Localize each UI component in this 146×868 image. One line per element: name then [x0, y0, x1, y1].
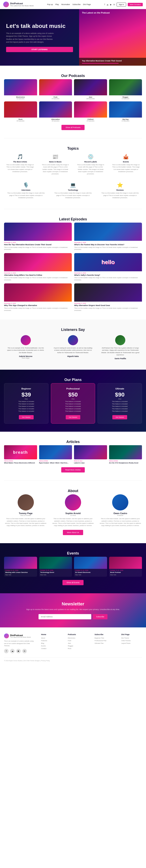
event-date-0: October 11-12, 2018: [4, 569, 37, 571]
episode-desc-5: This is a Divi-builder-ready this image …: [74, 307, 142, 311]
footer-link-blog[interactable]: Blog: [41, 642, 62, 644]
event-thumb-3: [109, 557, 142, 569]
footer-top: DiviPodcast The Latest from the Music Wo…: [4, 633, 142, 653]
episode-desc-1: This is a Divi-builder-ready this image …: [74, 246, 142, 251]
event-card-1[interactable]: October 21-22, 2018 Technology Event New…: [39, 557, 72, 577]
plan-feature-2-2: This feature is included: [101, 405, 139, 407]
signin-button[interactable]: Sign In: [117, 3, 126, 6]
podcast-card-hiphop[interactable]: Hip Hop 24 Episodes: [109, 101, 142, 122]
podcast-card-reggae[interactable]: Reggae 14 Episodes: [109, 79, 142, 99]
about-name-1: Sophie Arnold: [51, 512, 95, 515]
plan-period-0: /mo: [7, 398, 45, 400]
social-play[interactable]: ▶: [110, 3, 112, 6]
article-card-2[interactable]: Music & Jazz Latest in Jazz: [74, 445, 107, 464]
plan-feature-2-0: This feature is included: [101, 401, 139, 402]
footer-social-linkedin[interactable]: in: [22, 649, 27, 653]
hero-cta-button[interactable]: START LISTENING: [6, 47, 73, 52]
footer-link-rock[interactable]: Rock: [68, 648, 89, 649]
event-card-0[interactable]: October 11-12, 2018 Meeting with Linase …: [4, 557, 37, 577]
footer-logo: DiviPodcast The Latest from the Music Wo…: [4, 633, 35, 638]
social-facebook[interactable]: f: [104, 3, 105, 6]
footer-social-facebook[interactable]: f: [4, 649, 8, 653]
topic-best-artists: 🎵 The Best Artists This is a Divi-builde…: [4, 152, 36, 177]
podcast-card-jazz[interactable]: Jazz 138 Episodes: [74, 79, 107, 99]
footer-link-jazz[interactable]: Jazz: [68, 642, 89, 644]
footer-link-features[interactable]: Features: [41, 640, 62, 642]
event-title-3: Book Festival: [109, 571, 142, 574]
listener-quote-1: If you're looking for word-of-work, as w…: [53, 347, 93, 354]
footer-link-contact[interactable]: Contact: [41, 648, 62, 649]
footer-col-divi: Divi Page Divi Theme Child Themes Layout…: [121, 633, 142, 653]
event-card-2[interactable]: October 11-14, 2018 DJ Smart Electronic …: [74, 557, 107, 577]
footer-link-events[interactable]: Events: [41, 645, 62, 647]
episode-card-1[interactable]: December 3, 2018 What's the Fastest Way …: [74, 223, 142, 251]
nav-link-subscribe[interactable]: Subscribe: [72, 3, 80, 5]
articles-more-button[interactable]: Read More Articles: [61, 467, 85, 472]
event-card-3[interactable]: October 11-12, 2018 Book Festival New Yo…: [109, 557, 142, 577]
events-cta-button[interactable]: Show all Events: [63, 580, 83, 585]
footer-link-electronics[interactable]: Electronics: [68, 637, 89, 639]
nav-link-divi[interactable]: Divi Page: [83, 3, 91, 5]
article-card-1[interactable]: Various Artists Ryan Kratzer: What I Wis…: [39, 445, 72, 464]
donate-button[interactable]: Make Donation: [128, 3, 143, 6]
newsletter-email-input[interactable]: [39, 614, 91, 619]
footer-link-child-themes[interactable]: Child Themes: [121, 640, 142, 642]
nav-logo[interactable]: DiviPodcast The Latest from the Music Wo…: [3, 2, 33, 7]
nav-link-popup[interactable]: Pop up: [47, 3, 53, 5]
footer: DiviPodcast The Latest from the Music Wo…: [0, 627, 146, 664]
plan-cta-1[interactable]: Get Started: [66, 415, 80, 420]
footer-link-funk[interactable]: Funk: [68, 640, 89, 642]
footer-link-reggae[interactable]: Reggae: [68, 645, 89, 647]
topic-technology: 💻 Technology This is a Divi-builder-read…: [51, 180, 95, 201]
nav-link-nicomaker[interactable]: Nicomaker: [61, 3, 70, 5]
event-thumb-1: [39, 557, 72, 569]
footer-link-layout-packs[interactable]: Layout Packs: [121, 642, 142, 644]
footer-link-ultimate[interactable]: Ultimate Plan: [95, 642, 115, 644]
podcasts-more-button[interactable]: Show all Podcasts: [62, 125, 84, 130]
topic-desc-6: This is a Divi-builder-ready this image …: [100, 192, 140, 199]
music-icon: 🎵: [6, 154, 34, 160]
footer-link-divi-theme[interactable]: Divi Theme: [121, 637, 142, 639]
topic-events: 🎪 Events This is a Divi-builder-ready th…: [110, 152, 142, 177]
footer-col-subscribe-title: Subscribe: [95, 633, 115, 636]
footer-social-play[interactable]: ▶: [16, 649, 21, 653]
events-icon: 🎪: [112, 154, 140, 160]
episode-card-2[interactable]: November 3, 2018 Alternative Song Miller…: [4, 253, 72, 281]
nav-link-play[interactable]: Play: [55, 3, 59, 5]
footer-copyright: © 2018 Aspen Grove Studios | Divi Child …: [4, 660, 50, 661]
episode-date-0: November 3, 2018: [4, 242, 72, 243]
plan-cta-2[interactable]: Get Started: [112, 415, 127, 420]
listener-quote-2: DiviPodcast Club There has a great colle…: [101, 347, 140, 356]
podcast-episodes-electronics: 51 Episodes: [4, 98, 37, 99]
footer-link-about[interactable]: About: [41, 637, 62, 639]
podcast-episodes-rock: 80 Episodes: [4, 120, 37, 122]
social-linkedin[interactable]: in: [113, 3, 115, 6]
footer-social-cloud[interactable]: ☁: [10, 649, 15, 653]
podcast-card-funk[interactable]: Funk 24 Episodes: [39, 79, 72, 99]
podcast-card-rock[interactable]: Rock 80 Episodes: [4, 101, 37, 122]
podcast-label-hiphop: Hip Hop: [109, 118, 142, 120]
episode-card-5[interactable]: November 3, 2018 Why Alternative Singers…: [74, 283, 142, 311]
plan-period-1: /mo: [54, 398, 92, 400]
podcast-card-chillout[interactable]: Chillout 24 Episodes: [74, 101, 107, 122]
hero-podcast-progress[interactable]: [82, 63, 119, 64]
record-icon: 💿: [77, 154, 105, 160]
footer-link-professional[interactable]: Professional Plan: [95, 640, 115, 642]
plan-feature-2-3: This feature is included: [101, 408, 139, 410]
topic-interviews: 🎙️ Interviews This is a Divi-builder-rea…: [4, 180, 48, 201]
episode-date-2: November 3, 2018: [4, 272, 72, 274]
podcast-card-electronics[interactable]: Electronics 51 Episodes: [4, 79, 37, 99]
plan-price-2: $90: [101, 392, 139, 398]
episode-card-3[interactable]: hello November 3, 2018 What's Sally's Fa…: [74, 253, 142, 281]
newsletter-subscribe-button[interactable]: Subscribe: [93, 614, 107, 619]
episode-thumb-0: [4, 223, 72, 241]
article-card-3[interactable]: Various Artists Are the XYZ Headphones R…: [109, 445, 142, 464]
footer-link-beginner[interactable]: Beginner Plan: [95, 637, 115, 639]
episode-card-4[interactable]: November 3, 2018 Why This Sign Changed t…: [4, 283, 72, 311]
article-card-0[interactable]: breath Various Artists What Makes These …: [4, 445, 37, 464]
episode-card-0[interactable]: November 3, 2018 How the Top Alternative…: [4, 223, 72, 251]
social-cloud[interactable]: ☁: [106, 3, 108, 6]
plan-cta-0[interactable]: Get Started: [19, 415, 34, 420]
podcast-card-alternative[interactable]: Alternative 38 Episodes: [39, 101, 72, 122]
about-cta-button[interactable]: More About Us: [63, 530, 83, 535]
